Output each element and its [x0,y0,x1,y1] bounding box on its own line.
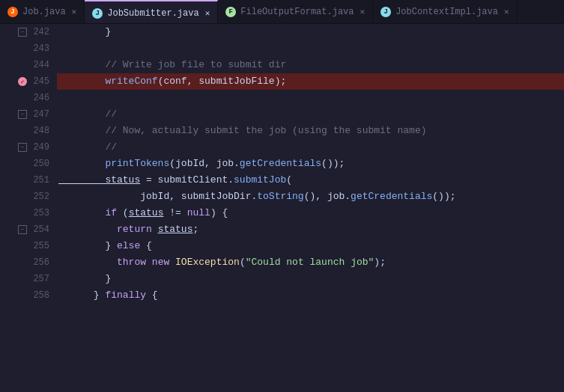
code-text-256a: throw [58,254,146,271]
code-line-248: // Now, actually submit the job (using t… [57,123,564,139]
code-text-252e: ()); [432,189,455,205]
code-line-245: writeConf(conf, submitJobFile); [57,73,564,90]
code-text-250a: printTokens [58,156,169,172]
code-text-258a: } [58,287,105,304]
code-text-254d: ; [192,221,198,238]
code-line-243 [57,40,564,57]
code-line-244: // Write job file to submit dir [57,57,564,73]
tab-submitter[interactable]: J JobSubmitter.java ✕ [85,0,218,23]
code-text-242: } [58,24,111,40]
tab-close-job[interactable]: ✕ [72,7,77,16]
gutter-spacer-244 [16,60,27,70]
gutter-spacer-252 [16,192,27,202]
gutter-spacer-258 [16,290,27,301]
code-text-256b [146,254,152,271]
code-text-256c: new [152,254,169,271]
code-text-250b: (jobId, job. [169,156,240,172]
gutter-row-244: 244 [0,57,54,73]
tab-label-submitter: JobSubmitter.java [107,8,198,19]
line-number-258: 258 [30,290,49,301]
code-text-250d: ()); [321,156,345,172]
code-text-252b: toString [257,189,303,205]
code-line-256: throw new IOException("Could not launch … [57,254,564,271]
code-line-255: } else { [57,238,564,254]
tab-icon-job: J [7,7,18,17]
gutter-row-243: 243 [0,40,54,57]
code-text-253d: != [163,205,187,221]
gutter-row-249: – 249 [0,139,54,156]
tab-icon-jobcontext: J [380,7,391,17]
code-text-249: // [58,139,117,156]
code-line-249: // [57,139,564,156]
gutter-spacer-256 [16,257,27,268]
tab-job[interactable]: J Job.java ✕ [0,0,85,23]
tab-close-submitter[interactable]: ✕ [205,8,210,18]
code-text-253f: ) { [210,205,228,221]
line-number-249: 249 [30,142,49,153]
code-line-247: // [57,106,564,123]
tab-close-fileoutput[interactable]: ✕ [360,7,366,16]
gutter-spacer-255 [16,241,27,251]
tab-label-jobcontext: JobContextImpl.java [395,7,498,17]
fold-icon-249[interactable]: – [18,143,27,152]
gutter-spacer-253 [16,208,27,218]
code-text-253a: if [58,205,117,221]
tab-close-jobcontext[interactable]: ✕ [504,7,509,16]
tab-bar: J Job.java ✕ J JobSubmitter.java ✕ F Fil… [0,0,564,24]
code-text-255b: else [117,238,140,254]
code-text-251a: status [58,172,140,189]
code-text-253e: null [187,205,210,221]
gutter-row-254: – 254 [0,221,54,238]
gutter-row-247: – 247 [0,106,54,123]
gutter-row-252: 252 [0,189,54,205]
line-number-256: 256 [30,257,49,268]
code-text-247: // [58,106,117,123]
editor: – 242 243 244 245 246 – 247 [0,24,564,392]
code-text-244: // Write job file to submit dir [58,57,286,73]
gutter-spacer-250 [16,159,27,169]
code-text-258c: { [146,287,158,304]
code-text-256h: ); [374,254,386,271]
code-text-256e: IOException [175,254,240,271]
tab-label-job: Job.java [22,7,66,17]
code-text-245a: writeConf [58,73,158,90]
line-number-245: 245 [30,76,49,87]
tab-icon-fileoutput: F [225,7,236,17]
code-text-258b: finally [105,287,146,304]
code-text-256f: ( [240,254,246,271]
breakpoint-icon-245[interactable] [18,77,27,86]
gutter-row-257: 257 [0,271,54,287]
code-text-255a: } [58,238,117,254]
gutter-spacer-248 [16,126,27,136]
gutter-row-248: 248 [0,123,54,139]
code-text-252a: jobId, submitJobDir. [58,189,257,205]
code-line-254: return status; [57,221,564,238]
tab-fileoutput[interactable]: F FileOutputFormat.java ✕ [218,0,373,23]
line-number-242: 242 [30,27,49,37]
code-text-257: } [58,271,111,287]
code-text-254a: return [58,221,152,238]
code-text-245b: (conf, submitJobFile); [158,73,287,90]
code-area[interactable]: } // Write job file to submit dir writeC… [54,24,564,392]
code-line-246 [57,90,564,106]
code-text-253b: ( [117,205,129,221]
gutter-row-251: 251 [0,172,54,189]
code-text-255c: { [140,238,152,254]
code-text-252c: (), job. [304,189,351,205]
line-number-252: 252 [30,192,49,202]
line-number-244: 244 [30,60,49,70]
gutter-row-246: 246 [0,90,54,106]
code-text-256g: "Could not launch job" [246,254,375,271]
tab-jobcontext[interactable]: J JobContextImpl.java ✕ [373,0,517,23]
fold-icon-242[interactable]: – [18,28,27,37]
gutter-row-258: 258 [0,287,54,304]
fold-icon-254[interactable]: – [18,225,27,234]
line-number-247: 247 [30,109,49,120]
line-number-253: 253 [30,208,49,218]
line-number-251: 251 [30,175,49,186]
code-line-250: printTokens(jobId, job.getCredentials())… [57,156,564,172]
code-line-252: jobId, submitJobDir.toString(), job.getC… [57,189,564,205]
tab-label-fileoutput: FileOutputFormat.java [240,7,354,17]
fold-icon-247[interactable]: – [18,110,27,119]
code-line-258: } finally { [57,287,564,304]
